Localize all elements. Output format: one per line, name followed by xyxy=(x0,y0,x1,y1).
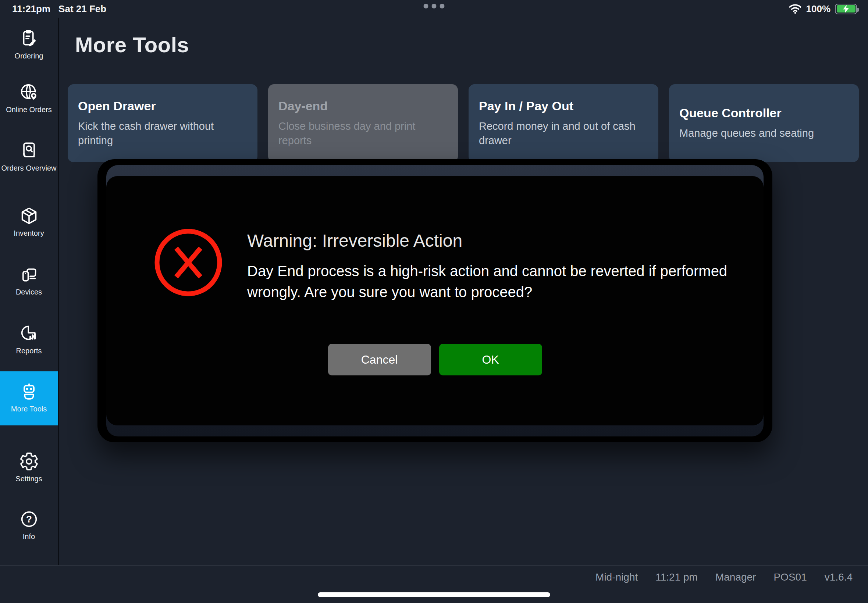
pos-app-screen: 11:21pm Sat 21 Feb 100% xyxy=(0,0,868,603)
sidebar-item-label: Reports xyxy=(16,347,42,355)
footer-terminal: POS01 xyxy=(774,571,806,583)
book-magnifier-icon xyxy=(19,141,39,161)
card-title: Pay In / Pay Out xyxy=(479,99,648,113)
warning-dialog: Warning: Irreversible Action Day End pro… xyxy=(97,159,772,442)
footer-bar: Mid-night 11:21 pm Manager POS01 v1.6.4 xyxy=(0,565,868,603)
sidebar-item-label: Info xyxy=(23,532,35,541)
battery-percent: 100% xyxy=(806,3,831,15)
clipboard-pencil-icon xyxy=(19,29,39,48)
sidebar-item-label: Online Orders xyxy=(6,105,52,114)
sidebar-item-online-orders[interactable]: Online Orders xyxy=(0,82,58,114)
sidebar-item-ordering[interactable]: Ordering xyxy=(0,29,58,60)
sidebar-item-label: Ordering xyxy=(15,52,43,60)
wifi-icon xyxy=(789,4,802,14)
phone-tablet-icon xyxy=(19,265,39,284)
card-description: Kick the cash drawer without printing xyxy=(78,119,236,148)
sidebar-item-label: Orders Overview xyxy=(1,164,56,172)
dialog-content: Warning: Irreversible Action Day End pro… xyxy=(106,176,764,425)
card-description: Record money in and out of cash drawer xyxy=(479,119,637,148)
status-time: 11:21pm xyxy=(12,3,50,15)
robot-icon xyxy=(19,382,39,402)
card-description: Close business day and print reports xyxy=(279,119,436,148)
sidebar-item-devices[interactable]: Devices xyxy=(0,265,58,296)
footer-version: v1.6.4 xyxy=(825,571,853,583)
sidebar-item-info[interactable]: ? Info xyxy=(0,509,58,541)
sidebar-item-more-tools[interactable]: More Tools xyxy=(0,382,58,413)
package-box-icon xyxy=(19,206,39,226)
card-day-end[interactable]: Day-end Close business day and print rep… xyxy=(268,84,458,162)
dialog-message: Day End process is a high-risk action an… xyxy=(247,261,740,303)
globe-pin-icon xyxy=(19,82,39,102)
sidebar-item-label: Devices xyxy=(16,288,42,296)
card-queue-controller[interactable]: Queue Controller Manage queues and seati… xyxy=(669,84,859,162)
cancel-button[interactable]: Cancel xyxy=(328,344,431,376)
svg-text:?: ? xyxy=(26,514,32,524)
footer-time: 11:21 pm xyxy=(655,571,698,583)
battery-charging-icon xyxy=(835,4,857,14)
sidebar-item-label: Settings xyxy=(15,475,42,483)
card-title: Open Drawer xyxy=(78,99,247,113)
gear-icon xyxy=(19,451,39,472)
ok-button[interactable]: OK xyxy=(439,344,542,376)
card-title: Day-end xyxy=(279,99,448,113)
tool-cards-row: Open Drawer Kick the cash drawer without… xyxy=(68,84,859,162)
error-cross-circle-icon xyxy=(153,227,223,297)
footer-user: Manager xyxy=(715,571,756,583)
sidebar-item-label: Inventory xyxy=(14,229,44,238)
dialog-title: Warning: Irreversible Action xyxy=(247,230,462,251)
sidebar-item-label: More Tools xyxy=(11,405,47,413)
card-description: Manage queues and seating xyxy=(679,126,837,141)
sidebar-item-settings[interactable]: Settings xyxy=(0,451,58,483)
card-open-drawer[interactable]: Open Drawer Kick the cash drawer without… xyxy=(68,84,257,162)
status-bar: 11:21pm Sat 21 Feb 100% xyxy=(0,0,868,18)
card-title: Queue Controller xyxy=(679,106,848,120)
card-pay-in-pay-out[interactable]: Pay In / Pay Out Record money in and out… xyxy=(469,84,658,162)
question-circle-icon: ? xyxy=(19,509,39,529)
pie-bars-icon xyxy=(19,323,39,343)
sidebar-item-reports[interactable]: Reports xyxy=(0,323,58,355)
dialog-buttons: Cancel OK xyxy=(328,344,542,376)
home-indicator[interactable] xyxy=(318,592,550,597)
footer-shift: Mid-night xyxy=(596,571,638,583)
sidebar-item-orders-overview[interactable]: Orders Overview xyxy=(0,141,58,172)
status-date: Sat 21 Feb xyxy=(59,3,106,15)
page-title: More Tools xyxy=(75,32,189,57)
sidebar-nav: Ordering Online Orders Orders Overview xyxy=(0,18,59,565)
multitasking-dots-icon[interactable] xyxy=(424,4,445,8)
sidebar-item-inventory[interactable]: Inventory xyxy=(0,206,58,238)
dialog-backdrop-card: Warning: Irreversible Action Day End pro… xyxy=(106,165,764,436)
